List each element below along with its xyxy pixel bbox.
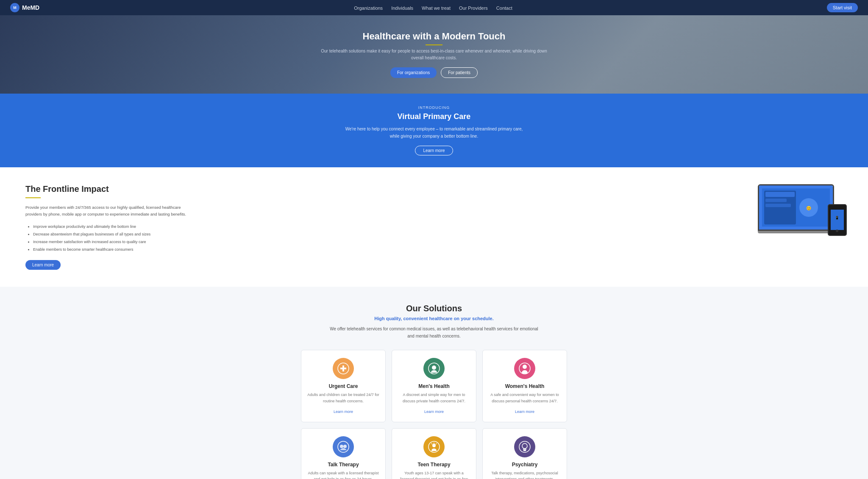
phone-overlay: 📱 — [828, 204, 847, 236]
svg-rect-25 — [523, 450, 526, 451]
urgent-care-icon — [333, 358, 354, 379]
teen-therapy-title: Teen Therapy — [398, 462, 470, 468]
virtual-primary-care-text: We're here to help you connect every emp… — [345, 125, 523, 140]
teen-therapy-text: Youth ages 13-17 can speak with a licens… — [398, 470, 470, 479]
psychiatry-icon — [514, 436, 535, 457]
talk-therapy-title: Talk Therapy — [307, 462, 379, 468]
solution-card-psychiatry[interactable]: Psychiatry Talk therapy, medications, ps… — [482, 428, 567, 479]
frontline-title: The Frontline Impact — [25, 184, 186, 194]
start-visit-button[interactable]: Start visit — [827, 3, 858, 12]
solution-card-teen-therapy[interactable]: Teen Therapy Youth ages 13-17 can speak … — [392, 428, 476, 479]
talk-therapy-text: Adults can speak with a licensed therapi… — [307, 470, 379, 479]
urgent-care-link[interactable]: Learn more — [334, 410, 353, 414]
psychiatry-text: Talk therapy, medications, psychosocial … — [489, 470, 561, 479]
frontline-learn-more-button[interactable]: Learn more — [25, 260, 61, 270]
talk-therapy-icon — [333, 436, 354, 457]
solution-card-mens-health[interactable]: Men's Health A discreet and simple way f… — [392, 350, 476, 422]
womens-health-link[interactable]: Learn more — [515, 410, 534, 414]
mens-health-icon — [423, 358, 445, 379]
svg-point-18 — [338, 441, 349, 452]
nav-link-what-we-treat[interactable]: What we treat — [422, 6, 451, 11]
urgent-care-title: Urgent Care — [307, 383, 379, 389]
laptop-screen-content: 😊 — [759, 186, 833, 230]
svg-point-9 — [836, 230, 838, 232]
nav-link-our-providers[interactable]: Our Providers — [459, 6, 488, 11]
solutions-text: We offer telehealth services for common … — [328, 325, 540, 340]
svg-rect-4 — [765, 204, 791, 207]
laptop-screen: 😊 — [758, 184, 834, 231]
virtual-primary-care-section: INTRODUCING Virtual Primary Care We're h… — [0, 94, 868, 167]
device-mockup: 😊 📱 — [758, 184, 843, 239]
hero-title: Healthcare with a Modern Touch — [315, 31, 553, 42]
solutions-subtitle: High quality, convenient healthcare on y… — [25, 316, 843, 321]
hero-section: Healthcare with a Modern Touch Our teleh… — [0, 15, 868, 94]
solutions-section: Our Solutions High quality, convenient h… — [0, 287, 868, 479]
solution-card-talk-therapy[interactable]: Talk Therapy Adults can speak with a lic… — [301, 428, 386, 479]
svg-rect-2 — [765, 192, 795, 197]
svg-text:😊: 😊 — [806, 205, 812, 211]
virtual-care-learn-more-button[interactable]: Learn more — [415, 146, 453, 155]
svg-text:📱: 📱 — [835, 216, 839, 220]
womens-health-icon — [514, 358, 535, 379]
womens-health-title: Women's Health — [489, 383, 561, 389]
logo-text: MeMD — [22, 4, 39, 11]
frontline-left: The Frontline Impact Provide your member… — [25, 184, 186, 270]
svg-point-20 — [343, 445, 347, 448]
list-item: Improve workplace productivity and ultim… — [33, 223, 186, 230]
nav-link-contact[interactable]: Contact — [496, 6, 512, 11]
frontline-divider — [25, 197, 41, 198]
svg-point-24 — [522, 443, 527, 449]
list-item: Enable members to become smarter healthc… — [33, 246, 186, 253]
urgent-care-text: Adults and children can be treated 24/7 … — [307, 392, 379, 404]
svg-point-17 — [523, 365, 527, 369]
list-item: Decrease absenteeism that plagues busine… — [33, 230, 186, 238]
frontline-device-mockup: 😊 📱 — [758, 184, 843, 239]
nav-link-organizations[interactable]: Organizations — [354, 6, 383, 11]
svg-rect-13 — [340, 368, 346, 369]
solution-card-womens-health[interactable]: Women's Health A safe and convenient way… — [482, 350, 567, 422]
virtual-primary-care-title: Virtual Primary Care — [8, 112, 860, 121]
solutions-grid-row2: Talk Therapy Adults can speak with a lic… — [25, 428, 843, 479]
nav-links: Organizations Individuals What we treat … — [354, 4, 512, 11]
svg-rect-8 — [831, 210, 844, 230]
frontline-text: Provide your members with 24/7/365 acces… — [25, 204, 186, 218]
svg-point-15 — [432, 365, 436, 370]
list-item: Increase member satisfaction with increa… — [33, 238, 186, 246]
logo-icon: M — [10, 3, 19, 12]
svg-point-19 — [340, 445, 343, 448]
frontline-list: Improve workplace productivity and ultim… — [25, 223, 186, 253]
mens-health-link[interactable]: Learn more — [424, 410, 444, 414]
hero-buttons: For organizations For patients — [315, 67, 553, 78]
navbar: M MeMD Organizations Individuals What we… — [0, 0, 868, 15]
frontline-section: The Frontline Impact Provide your member… — [0, 167, 868, 287]
svg-rect-3 — [765, 199, 787, 202]
psychiatry-title: Psychiatry — [489, 462, 561, 468]
mens-health-title: Men's Health — [398, 383, 470, 389]
introducing-label: INTRODUCING — [8, 105, 860, 110]
svg-point-22 — [432, 444, 436, 447]
hero-subtitle: Our telehealth solutions make it easy fo… — [315, 48, 553, 61]
hero-content: Healthcare with a Modern Touch Our teleh… — [307, 31, 561, 78]
nav-link-individuals[interactable]: Individuals — [391, 6, 413, 11]
mens-health-text: A discreet and simple way for men to dis… — [398, 392, 470, 404]
solutions-title: Our Solutions — [25, 304, 843, 313]
for-organizations-button[interactable]: For organizations — [390, 67, 437, 78]
for-patients-button[interactable]: For patients — [441, 67, 478, 78]
womens-health-text: A safe and convenient way for women to d… — [489, 392, 561, 404]
hero-divider — [426, 44, 442, 45]
teen-therapy-icon — [423, 436, 445, 457]
logo[interactable]: M MeMD — [10, 3, 39, 12]
solutions-grid-row1: Urgent Care Adults and children can be t… — [25, 350, 843, 422]
solution-card-urgent-care[interactable]: Urgent Care Adults and children can be t… — [301, 350, 386, 422]
